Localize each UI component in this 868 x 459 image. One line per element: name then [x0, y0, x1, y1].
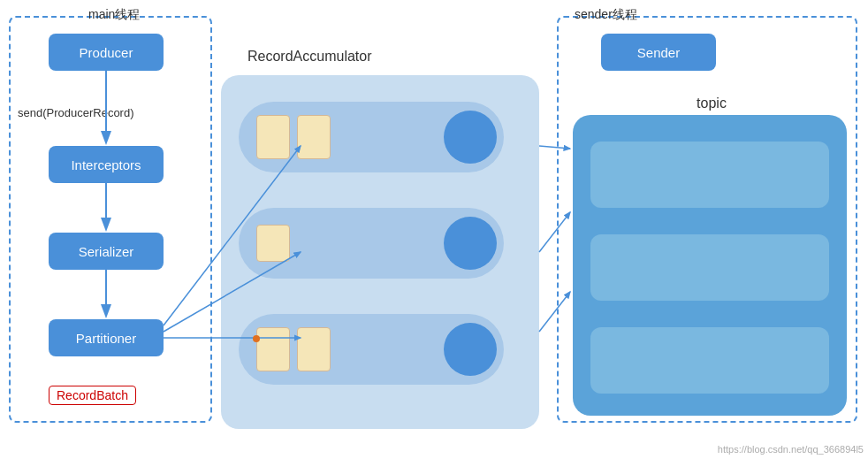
batch-circle-2: [444, 217, 497, 270]
interceptors-box: Interceptors: [49, 146, 164, 183]
batch-circle-1: [444, 111, 497, 164]
batch-circle-3: [444, 323, 497, 376]
topic-container: [573, 115, 847, 416]
watermark: https://blog.csdn.net/qq_366894l5: [718, 444, 864, 455]
record-block-1a: [256, 115, 290, 159]
producer-label: Producer: [80, 45, 133, 60]
main-thread-box: [9, 16, 212, 423]
record-block-2a: [256, 225, 290, 262]
sender-box: Sender: [601, 34, 716, 71]
record-block-1b: [297, 115, 331, 159]
producer-box: Producer: [49, 34, 164, 71]
sender-label: Sender: [637, 45, 680, 60]
partition-2: [590, 234, 829, 301]
main-thread-label: main线程: [88, 7, 140, 23]
diagram-container: main线程 sender线程 Producer send(ProducerRe…: [0, 0, 868, 459]
partition-3: [590, 327, 829, 394]
batch-row-3: [239, 314, 504, 385]
record-batch-label: RecordBatch: [49, 386, 136, 405]
partitioner-label: Partitioner: [76, 331, 136, 346]
partitioner-box: Partitioner: [49, 319, 164, 356]
serializer-box: Serializer: [49, 233, 164, 270]
send-label: send(ProducerRecord): [18, 106, 134, 119]
interceptors-label: Interceptors: [71, 157, 141, 172]
batch-row-2: [239, 208, 504, 279]
topic-label: topic: [601, 96, 822, 111]
serializer-label: Serializer: [79, 244, 134, 259]
record-block-3a: [256, 327, 290, 371]
record-block-3b: [297, 327, 331, 371]
partition-1: [590, 142, 829, 208]
batch-row-1: [239, 102, 504, 172]
sender-thread-label: sender线程: [575, 7, 637, 23]
accumulator-container: [221, 75, 539, 429]
record-accumulator-label: RecordAccumulator: [247, 49, 372, 65]
